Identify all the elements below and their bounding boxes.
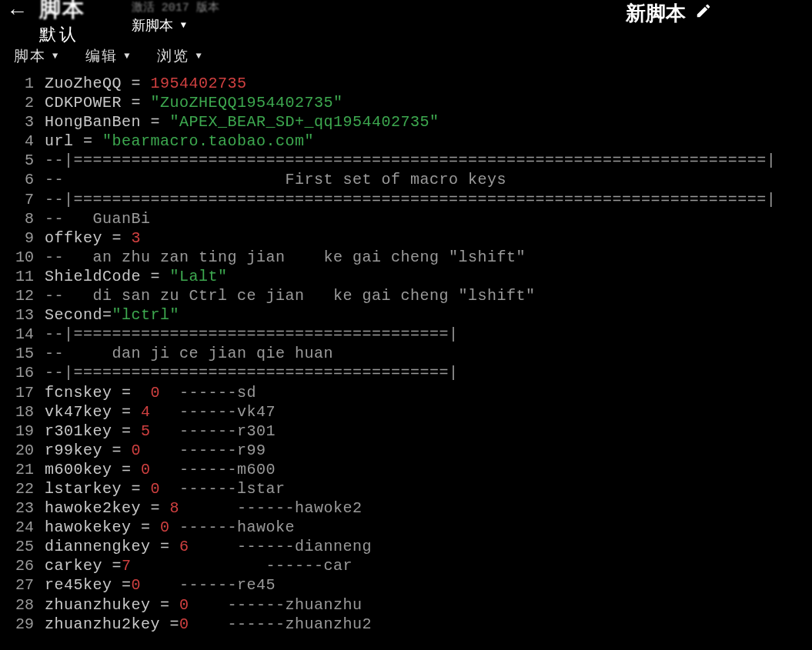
line-number: 7 [0, 190, 45, 209]
line-number: 9 [0, 228, 45, 248]
line-number: 25 [0, 537, 45, 556]
code-content[interactable]: fcnskey = 0 ------sd [45, 383, 256, 402]
code-line[interactable]: 21m600key = 0 ------m600 [0, 460, 812, 479]
code-content[interactable]: url = "bearmacro.taobao.com" [45, 132, 314, 151]
code-content[interactable]: --|=====================================… [45, 190, 776, 209]
line-number: 4 [0, 132, 45, 151]
chevron-down-icon: ▼ [181, 20, 186, 31]
code-line[interactable]: 29zhuanzhu2key =0 ------zhuanzhu2 [0, 615, 812, 634]
line-number: 15 [0, 344, 45, 363]
code-line[interactable]: 19r301key = 5 ------r301 [0, 422, 812, 441]
code-content[interactable]: CDKPOWER = "ZuoZHEQQ1954402735" [45, 93, 343, 112]
code-line[interactable]: 15-- dan ji ce jian qie huan [0, 344, 812, 363]
code-content[interactable]: --|=====================================… [45, 325, 459, 344]
code-content[interactable]: diannengkey = 6 ------dianneng [45, 537, 372, 556]
code-line[interactable]: 10-- an zhu zan ting jian ke gai cheng "… [0, 248, 812, 267]
code-content[interactable]: --|=====================================… [45, 363, 459, 382]
line-number: 21 [0, 460, 45, 479]
code-line[interactable]: 22lstarkey = 0 ------lstar [0, 479, 812, 498]
line-number: 27 [0, 575, 45, 595]
code-line[interactable]: 3HongBanBen = "APEX_BEAR_SD+_qq195440273… [0, 112, 812, 132]
code-line[interactable]: 16--|===================================… [0, 363, 812, 382]
line-number: 26 [0, 556, 45, 575]
line-number: 19 [0, 422, 45, 441]
line-number: 12 [0, 286, 45, 305]
code-content[interactable]: Second="lctrl" [45, 305, 179, 325]
device-title-sub: 默认 [39, 23, 85, 46]
code-content[interactable]: m600key = 0 ------m600 [45, 460, 276, 479]
menu-edit[interactable]: 编辑 ▼ [85, 46, 131, 66]
line-number: 8 [0, 209, 45, 228]
chevron-down-icon: ▼ [124, 51, 131, 62]
code-line[interactable]: 11ShieldCode = "Lalt" [0, 267, 812, 286]
code-line[interactable]: 5--|====================================… [0, 151, 812, 170]
code-line[interactable]: 7--|====================================… [0, 190, 812, 209]
code-content[interactable]: vk47key = 4 ------vk47 [45, 402, 276, 422]
code-line[interactable]: 4url = "bearmacro.taobao.com" [0, 132, 812, 151]
code-line[interactable]: 2CDKPOWER = "ZuoZHEQQ1954402735" [0, 93, 812, 112]
code-line[interactable]: 26carkey =7 ------car [0, 556, 812, 575]
code-content[interactable]: -- dan ji ce jian qie huan [45, 344, 333, 363]
chevron-down-icon: ▼ [195, 51, 202, 62]
code-line[interactable]: 6-- First set of macro keys [0, 170, 812, 189]
code-line[interactable]: 24hawokekey = 0 ------hawoke [0, 518, 812, 537]
code-content[interactable]: ShieldCode = "Lalt" [45, 267, 228, 286]
line-number: 3 [0, 112, 45, 132]
code-line[interactable]: 13Second="lctrl" [0, 305, 812, 325]
code-line[interactable]: 20r99key = 0 ------r99 [0, 441, 812, 460]
code-content[interactable]: zhuanzhu2key =0 ------zhuanzhu2 [45, 615, 372, 634]
menu-view[interactable]: 浏览 ▼ [157, 46, 202, 66]
line-number: 20 [0, 441, 45, 460]
line-number: 16 [0, 363, 45, 382]
document-meta-text: 激活 2017 版本 [132, 0, 219, 15]
line-number: 11 [0, 267, 45, 286]
code-content[interactable]: r99key = 0 ------r99 [45, 441, 266, 460]
line-number: 22 [0, 479, 45, 498]
line-number: 17 [0, 383, 45, 402]
code-line[interactable]: 27re45key =0 ------re45 [0, 575, 812, 595]
back-arrow-icon[interactable]: ← [8, 0, 32, 24]
line-number: 13 [0, 305, 45, 325]
code-content[interactable]: ZuoZheQQ = 1954402735 [45, 74, 247, 93]
code-content[interactable]: r301key = 5 ------r301 [45, 422, 276, 441]
code-line[interactable]: 1ZuoZheQQ = 1954402735 [0, 74, 812, 93]
code-content[interactable]: re45key =0 ------re45 [45, 575, 276, 595]
line-number: 28 [0, 595, 45, 615]
menu-script-label: 脚本 [14, 46, 46, 66]
code-content[interactable]: -- an zhu zan ting jian ke gai cheng "ls… [45, 248, 526, 267]
edit-icon[interactable] [695, 2, 712, 25]
script-selector[interactable]: 新脚本 ▼ [132, 16, 219, 35]
code-line[interactable]: 17fcnskey = 0 ------sd [0, 383, 812, 402]
code-content[interactable]: hawoke2key = 8 ------hawoke2 [45, 498, 363, 518]
script-name-header: 新脚本 [626, 0, 712, 27]
code-line[interactable]: 23hawoke2key = 8 ------hawoke2 [0, 498, 812, 518]
code-line[interactable]: 12-- di san zu Ctrl ce jian ke gai cheng… [0, 286, 812, 305]
code-content[interactable]: zhuanzhukey = 0 ------zhuanzhu [45, 595, 363, 615]
code-content[interactable]: -- GuanBi [45, 209, 151, 228]
code-content[interactable]: offkey = 3 [45, 228, 141, 248]
menu-edit-label: 编辑 [85, 46, 118, 66]
code-content[interactable]: hawokekey = 0 ------hawoke [45, 518, 295, 537]
code-line[interactable]: 14--|===================================… [0, 325, 812, 344]
code-content[interactable]: lstarkey = 0 ------lstar [45, 479, 286, 498]
menu-script[interactable]: 脚本 ▼ [14, 46, 59, 66]
code-editor[interactable]: 1ZuoZheQQ = 19544027352CDKPOWER = "ZuoZH… [0, 71, 812, 634]
code-content[interactable]: -- di san zu Ctrl ce jian ke gai cheng "… [45, 286, 536, 305]
code-line[interactable]: 8-- GuanBi [0, 209, 812, 228]
code-content[interactable]: carkey =7 ------car [45, 556, 353, 575]
device-title: 脚本 默认 [39, 0, 85, 46]
line-number: 24 [0, 518, 45, 537]
code-content[interactable]: --|=====================================… [45, 151, 776, 170]
line-number: 5 [0, 151, 45, 170]
code-line[interactable]: 28zhuanzhukey = 0 ------zhuanzhu [0, 595, 812, 615]
line-number: 2 [0, 93, 45, 112]
line-number: 18 [0, 402, 45, 422]
line-number: 29 [0, 615, 45, 634]
line-number: 10 [0, 248, 45, 267]
menu-bar: 脚本 ▼ 编辑 ▼ 浏览 ▼ [0, 38, 812, 71]
code-line[interactable]: 9offkey = 3 [0, 228, 812, 248]
code-content[interactable]: HongBanBen = "APEX_BEAR_SD+_qq1954402735… [45, 112, 439, 132]
code-content[interactable]: -- First set of macro keys [45, 170, 506, 189]
code-line[interactable]: 25diannengkey = 6 ------dianneng [0, 537, 812, 556]
code-line[interactable]: 18vk47key = 4 ------vk47 [0, 402, 812, 422]
